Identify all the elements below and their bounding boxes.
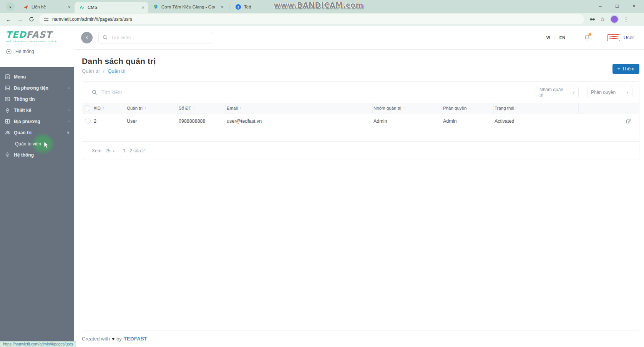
column-header-phone[interactable]: Số ĐT↕: [178, 103, 226, 113]
address-bar[interactable]: namvietit.com/admin/#/pages/usrs/usrs: [39, 14, 584, 24]
workspace-label: Hệ thống: [15, 49, 34, 54]
column-header-email[interactable]: Email↕: [226, 103, 373, 113]
back-icon[interactable]: ←: [3, 14, 14, 24]
browser-extension-icon[interactable]: [589, 17, 595, 22]
sidebar-menu: Menu Đa phương tiện › Thông tin Thiết kế…: [0, 67, 74, 347]
app-topbar: ‹ VI | EN User: [74, 26, 644, 50]
column-header-name[interactable]: Quản trị↕: [126, 103, 178, 113]
app-footer: Created with ♥ by TEDFAST: [82, 330, 639, 347]
site-info-icon[interactable]: [44, 17, 49, 22]
notifications-bell-icon[interactable]: [583, 34, 591, 42]
main-content: ‹ VI | EN User Danh sách quản trị: [74, 26, 644, 347]
user-menu[interactable]: User: [624, 35, 634, 40]
table-pagination: Xem: 25 ∨ 1 - 2 của 2: [82, 141, 639, 160]
close-icon[interactable]: ×: [221, 5, 224, 10]
column-header-role[interactable]: Phân quyền: [442, 103, 494, 113]
close-icon[interactable]: ×: [68, 5, 71, 10]
sort-icon[interactable]: ↕: [193, 106, 195, 110]
edit-icon[interactable]: [626, 118, 631, 141]
window-controls: – □ ×: [592, 0, 642, 12]
chevron-down-icon: ∨: [67, 130, 70, 135]
cell-status: Activated: [494, 113, 579, 141]
toolbar-actions: ☆ ⋮: [589, 15, 629, 23]
row-checkbox[interactable]: [85, 118, 91, 123]
tedfast-logo[interactable]: TEDFAST: [6, 30, 74, 39]
browser-toolbar: ← → namvietit.com/admin/#/pages/usrs/usr…: [0, 13, 644, 26]
global-search-input[interactable]: [111, 35, 208, 40]
sidebar-item-media[interactable]: Đa phương tiện ›: [0, 82, 74, 93]
cell-phone: 0988888888: [178, 113, 226, 141]
pen-tool-icon: [5, 107, 10, 113]
sort-icon[interactable]: ↕: [144, 106, 146, 110]
url-text[interactable]: namvietit.com/admin/#/pages/usrs/usrs: [52, 17, 132, 22]
select-all-checkbox[interactable]: [85, 105, 90, 111]
media-icon: [5, 85, 10, 91]
column-header-id[interactable]: #ID↑: [93, 103, 126, 113]
heart-icon: ♥: [112, 336, 115, 342]
tab-title: Liên hệ: [32, 5, 62, 9]
sidebar-item-admin[interactable]: Quản trị ∨: [0, 127, 74, 138]
sidebar-item-admin-users[interactable]: Quản trị viên: [0, 138, 74, 149]
global-search[interactable]: [98, 32, 212, 43]
breadcrumb-current[interactable]: Quản trị: [108, 68, 125, 74]
sort-icon[interactable]: ↕: [516, 106, 518, 110]
table-row[interactable]: 2 User 0988888888 user@tedfast.vn Admin …: [82, 113, 639, 141]
sort-icon[interactable]: ↕: [403, 106, 405, 110]
chevron-right-icon: ›: [68, 108, 70, 112]
bookmark-star-icon[interactable]: ☆: [600, 16, 605, 22]
page-title: Danh sách quản trị: [82, 57, 156, 66]
notification-badge: [588, 33, 592, 36]
tab-title: CMS: [88, 5, 136, 10]
browser-tab-cms[interactable]: CMS ×: [75, 2, 148, 13]
chevron-down-icon: ∨: [9, 5, 12, 9]
user-avatar-image[interactable]: [607, 34, 620, 41]
browser-menu-icon[interactable]: ⋮: [624, 16, 629, 22]
status-bar-link-preview: https://namvietit.com/admin/#/pages/usrs: [0, 341, 76, 347]
forward-icon[interactable]: →: [15, 14, 25, 24]
collapse-sidebar-button[interactable]: ‹: [81, 32, 93, 43]
news-icon: [5, 96, 10, 102]
window-close-button[interactable]: ×: [626, 3, 642, 9]
minimize-button[interactable]: –: [592, 3, 609, 9]
add-button[interactable]: + Thêm: [612, 64, 639, 74]
page-header: Danh sách quản trị Quản trị / Quản trị +…: [74, 50, 644, 74]
role-filter-dropdown[interactable]: Phân quyền ∨: [587, 87, 632, 97]
menu-icon: [5, 74, 10, 80]
breadcrumb-parent[interactable]: Quản trị: [82, 68, 100, 74]
page-size-select[interactable]: 25 ∨: [105, 148, 115, 153]
sort-icon[interactable]: ↕: [240, 106, 242, 110]
tab-list-button[interactable]: ∨: [6, 2, 15, 11]
column-header-status[interactable]: Trạng thái↕: [494, 103, 579, 113]
table-header-row: #ID↑ Quản trị↕ Số ĐT↕ Email↕ Nhóm quản t…: [82, 103, 639, 113]
table-search-input[interactable]: [101, 89, 224, 95]
browser-tab-google[interactable]: Cơm Tấm Kiều Giang - Googl ×: [148, 1, 227, 13]
cell-role: Admin: [442, 113, 494, 141]
sidebar-item-menu[interactable]: Menu: [0, 71, 74, 82]
lang-vi[interactable]: VI: [546, 35, 550, 40]
reload-icon[interactable]: [26, 14, 37, 24]
pagination-range: 1 - 2 của 2: [123, 148, 145, 153]
browser-profile-avatar[interactable]: [610, 15, 619, 23]
sidebar-item-design[interactable]: Thiết kế ›: [0, 105, 74, 116]
cell-group: Admin: [373, 113, 442, 141]
sidebar-item-system[interactable]: Hệ thống: [0, 149, 74, 160]
browser-tab-strip: ∨ Liên hệ × CMS × Cơm Tấm Kiều Giang - G…: [0, 0, 644, 13]
layout-icon: [5, 118, 10, 124]
chevron-down-icon: ∨: [572, 90, 575, 94]
lang-en[interactable]: EN: [559, 35, 566, 40]
column-header-group[interactable]: Nhóm quản trị↕: [373, 103, 442, 113]
maximize-button[interactable]: □: [609, 3, 626, 9]
circle-dot-icon: [6, 48, 12, 55]
sidebar-item-info[interactable]: Thông tin: [0, 93, 74, 105]
chevron-right-icon: ›: [68, 119, 70, 123]
workspace-selector[interactable]: Hệ thống: [6, 48, 74, 55]
sort-asc-icon[interactable]: ↑: [103, 106, 105, 110]
plus-icon: +: [617, 66, 620, 72]
footer-brand-link[interactable]: TEDFAST: [124, 336, 147, 342]
close-icon[interactable]: ×: [141, 5, 144, 10]
group-filter-dropdown[interactable]: Nhóm quản trị ∨: [536, 87, 579, 97]
breadcrumb: Quản trị / Quản trị: [82, 68, 156, 74]
table-search[interactable]: [92, 89, 536, 95]
browser-tab-lienhe[interactable]: Liên hệ ×: [18, 1, 75, 13]
sidebar-item-region[interactable]: Địa phương ›: [0, 116, 74, 127]
